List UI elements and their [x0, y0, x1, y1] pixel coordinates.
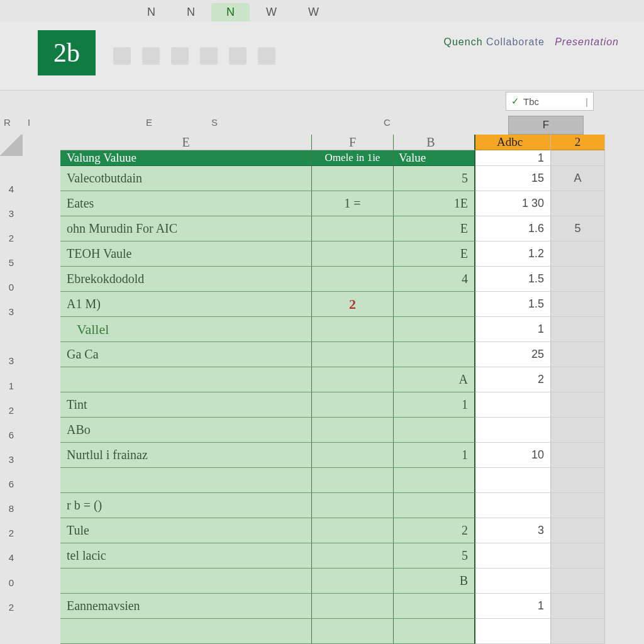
cell[interactable]: 2 — [394, 518, 475, 543]
cell[interactable] — [551, 342, 605, 367]
cell[interactable] — [312, 569, 394, 594]
cell[interactable]: 1 — [475, 150, 551, 166]
cell[interactable]: 5 — [394, 166, 475, 191]
row-number[interactable]: 4 — [0, 545, 23, 570]
cell[interactable] — [475, 619, 551, 644]
cell[interactable] — [551, 418, 605, 443]
cell[interactable] — [551, 292, 605, 317]
cell[interactable]: 1 — [475, 594, 551, 619]
row-number[interactable] — [0, 324, 23, 348]
cell[interactable] — [394, 418, 475, 443]
cell[interactable] — [312, 367, 394, 392]
cell[interactable]: ABo — [60, 418, 312, 443]
row-number[interactable] — [0, 619, 23, 644]
cell[interactable]: 2 — [312, 292, 394, 317]
cell[interactable] — [475, 468, 551, 493]
row-number[interactable]: 1 — [0, 374, 23, 398]
cell[interactable] — [312, 392, 394, 418]
cell[interactable] — [551, 518, 605, 543]
cell[interactable] — [312, 468, 394, 493]
row-number[interactable]: 3 — [0, 201, 23, 226]
ribbon-tab-0[interactable]: N — [132, 3, 170, 21]
cell[interactable]: A — [394, 367, 475, 392]
cell[interactable] — [312, 518, 394, 543]
italic-icon[interactable] — [258, 47, 275, 65]
cell[interactable] — [394, 342, 475, 367]
cell[interactable] — [312, 267, 394, 292]
column-header[interactable]: B — [394, 135, 475, 150]
cell[interactable] — [551, 569, 605, 594]
cell[interactable] — [312, 216, 394, 242]
cell[interactable] — [312, 619, 394, 644]
cell[interactable]: 1 = — [312, 191, 394, 216]
cell[interactable] — [551, 543, 605, 569]
cut-icon[interactable] — [142, 47, 160, 65]
cell[interactable]: Eates — [60, 191, 312, 216]
table-title-B[interactable]: Omele in 1ie — [312, 150, 394, 166]
cell[interactable] — [312, 443, 394, 468]
ribbon-tab-1[interactable]: N — [172, 3, 210, 21]
cell[interactable]: 4 — [394, 267, 475, 292]
row-number[interactable]: 5 — [0, 250, 23, 275]
cell[interactable] — [551, 392, 605, 418]
cell[interactable]: 2 — [475, 367, 551, 392]
column-header-orange-2[interactable]: 2 — [551, 135, 605, 150]
format-painter-icon[interactable] — [200, 47, 218, 65]
cell[interactable] — [394, 619, 475, 644]
cell[interactable] — [551, 317, 605, 342]
row-number[interactable]: 6 — [0, 423, 23, 447]
cell[interactable] — [312, 317, 394, 342]
cell[interactable]: E — [394, 242, 475, 267]
cell[interactable]: 1.2 — [475, 242, 551, 267]
cell[interactable] — [60, 367, 312, 392]
cell[interactable] — [312, 594, 394, 619]
cell[interactable] — [394, 317, 475, 342]
column-header[interactable]: F — [312, 135, 394, 150]
name-box[interactable]: ✓ Tbc | — [506, 92, 594, 111]
cell[interactable] — [312, 493, 394, 518]
cell[interactable] — [312, 242, 394, 267]
cell[interactable]: Tint — [60, 392, 312, 418]
cell[interactable] — [475, 569, 551, 594]
cell[interactable] — [475, 543, 551, 569]
column-header[interactable]: E — [60, 135, 312, 150]
cell[interactable]: tel lacic — [60, 543, 312, 569]
cell[interactable] — [312, 166, 394, 191]
row-number[interactable]: 3 — [0, 447, 23, 472]
row-number[interactable]: 0 — [0, 275, 23, 299]
cell[interactable]: 1.5 — [475, 267, 551, 292]
cell[interactable] — [475, 493, 551, 518]
table-title-A[interactable]: Valung Valuue — [60, 150, 312, 166]
cell[interactable] — [551, 619, 605, 644]
column-header-orange[interactable]: Adbc — [475, 135, 551, 150]
cell[interactable]: 25 — [475, 342, 551, 367]
cell[interactable] — [312, 543, 394, 569]
row-number[interactable]: 3 — [0, 299, 23, 324]
cell[interactable]: A1 M) — [60, 292, 312, 317]
ribbon-tab-3[interactable]: W — [251, 3, 292, 21]
row-number[interactable]: 2 — [0, 595, 23, 619]
row-number[interactable]: 2 — [0, 226, 23, 250]
cell[interactable]: 1 — [475, 317, 551, 342]
row-number[interactable]: 0 — [0, 570, 23, 595]
cell[interactable]: 1 30 — [475, 191, 551, 216]
bold-icon[interactable] — [229, 47, 247, 65]
column-header-F-selected[interactable]: F — [508, 116, 584, 135]
cell[interactable] — [394, 493, 475, 518]
cell[interactable] — [312, 418, 394, 443]
cell[interactable] — [551, 150, 605, 166]
cell[interactable] — [394, 594, 475, 619]
cell[interactable]: Ebrekokdodold — [60, 267, 312, 292]
cell[interactable] — [551, 443, 605, 468]
cell[interactable]: 15 — [475, 166, 551, 191]
cell[interactable] — [394, 468, 475, 493]
cell[interactable]: 5 — [551, 216, 605, 242]
cell[interactable] — [551, 468, 605, 493]
row-number[interactable]: 6 — [0, 472, 23, 496]
cell[interactable]: Eannemavsien — [60, 594, 312, 619]
cell[interactable]: E — [394, 216, 475, 242]
cell[interactable] — [312, 342, 394, 367]
row-number[interactable]: 4 — [0, 177, 23, 201]
cell[interactable]: 1.5 — [475, 292, 551, 317]
cell[interactable] — [60, 468, 312, 493]
